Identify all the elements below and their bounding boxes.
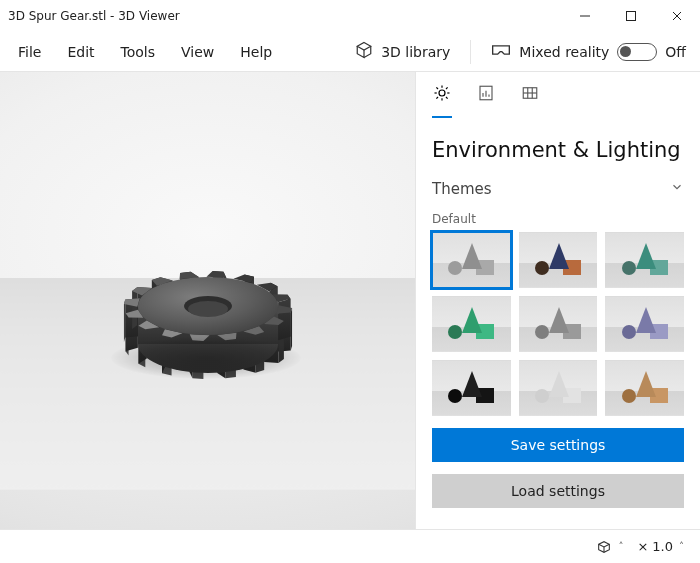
sun-icon <box>433 84 451 106</box>
menu-right: 3D library Mixed reality Off <box>347 37 694 66</box>
theme-grid <box>432 232 684 416</box>
zoom-value: 1.0 <box>652 539 673 554</box>
svg-marker-50 <box>206 271 226 278</box>
svg-line-63 <box>446 97 448 99</box>
maximize-button[interactable] <box>608 0 654 32</box>
zoom-control[interactable]: × 1.0 ˄ <box>637 539 686 554</box>
viewport[interactable] <box>0 72 415 529</box>
theme-swatch-4[interactable] <box>519 296 598 352</box>
menu-tools[interactable]: Tools <box>109 38 168 66</box>
chevron-up-icon: ˄ <box>616 541 625 552</box>
theme-swatch-3[interactable] <box>432 296 511 352</box>
svg-point-56 <box>188 301 228 317</box>
svg-marker-20 <box>123 300 124 343</box>
mixed-reality-toggle[interactable] <box>617 43 657 61</box>
mixed-reality-control[interactable]: Mixed reality Off <box>483 38 694 65</box>
perspective-icon <box>596 539 612 555</box>
window-title: 3D Spur Gear.stl - 3D Viewer <box>8 9 562 23</box>
menu-file[interactable]: File <box>6 38 53 66</box>
theme-swatch-1[interactable] <box>519 232 598 288</box>
svg-line-65 <box>436 97 438 99</box>
model-shadow <box>111 337 301 379</box>
menu-bar: File Edit Tools View Help 3D library Mix… <box>0 32 700 72</box>
menu-edit[interactable]: Edit <box>55 38 106 66</box>
tab-grid[interactable] <box>520 84 540 118</box>
library-button[interactable]: 3D library <box>347 37 458 66</box>
save-settings-button[interactable]: Save settings <box>432 428 684 462</box>
quickview-button[interactable]: ˄ <box>596 539 625 555</box>
themes-label: Themes <box>432 180 492 198</box>
theme-swatch-2[interactable] <box>605 232 684 288</box>
panel-title: Environment & Lighting <box>432 138 684 162</box>
theme-swatch-8[interactable] <box>605 360 684 416</box>
svg-marker-4 <box>290 308 291 351</box>
theme-swatch-0[interactable] <box>432 232 511 288</box>
themes-header[interactable]: Themes <box>432 180 684 198</box>
tab-stats[interactable] <box>476 84 496 118</box>
theme-swatch-7[interactable] <box>519 360 598 416</box>
main-area: Environment & Lighting Themes Default Sa… <box>0 72 700 529</box>
load-settings-button[interactable]: Load settings <box>432 474 684 508</box>
status-bar: ˄ × 1.0 ˄ <box>0 529 700 563</box>
minimize-button[interactable] <box>562 0 608 32</box>
cube-icon <box>355 41 373 62</box>
theme-swatch-6[interactable] <box>432 360 511 416</box>
svg-rect-1 <box>627 12 636 21</box>
model-gear[interactable] <box>103 261 313 385</box>
theme-swatch-5[interactable] <box>605 296 684 352</box>
chevron-down-icon <box>670 180 684 198</box>
panel-tabs <box>432 72 684 124</box>
side-panel: Environment & Lighting Themes Default Sa… <box>415 72 700 529</box>
menu-left: File Edit Tools View Help <box>6 38 284 66</box>
svg-point-57 <box>439 90 445 96</box>
title-bar: 3D Spur Gear.stl - 3D Viewer <box>0 0 700 32</box>
close-button[interactable] <box>654 0 700 32</box>
headset-icon <box>491 42 511 61</box>
svg-line-64 <box>446 87 448 89</box>
svg-marker-22 <box>132 287 137 329</box>
separator <box>470 40 471 64</box>
svg-line-62 <box>436 87 438 89</box>
mixed-reality-state: Off <box>665 44 686 60</box>
menu-help[interactable]: Help <box>228 38 284 66</box>
zoom-prefix: × <box>637 539 648 554</box>
clipboard-icon <box>477 84 495 106</box>
menu-view[interactable]: View <box>169 38 226 66</box>
grid-icon <box>521 84 539 106</box>
library-label: 3D library <box>381 44 450 60</box>
window-controls <box>562 0 700 32</box>
tab-lighting[interactable] <box>432 84 452 118</box>
mixed-reality-label: Mixed reality <box>519 44 609 60</box>
selected-theme-label: Default <box>432 212 684 226</box>
chevron-up-icon: ˄ <box>677 541 686 552</box>
